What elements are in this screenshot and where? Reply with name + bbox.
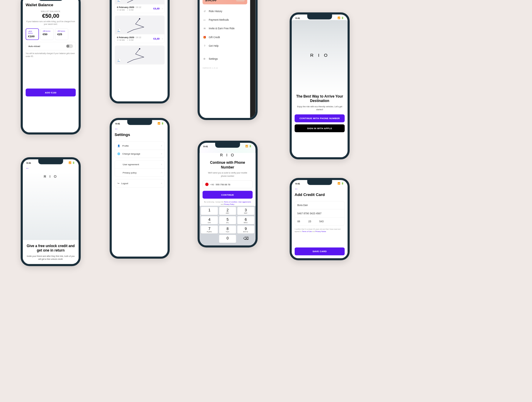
chevron-right-icon: › <box>161 152 162 155</box>
save-card-button[interactable]: SAVE CARD <box>295 247 345 255</box>
key-backspace[interactable]: ⌫ <box>237 235 254 243</box>
menu-help[interactable]: ?Get Help <box>202 41 247 50</box>
auto-reload-row: Auto-reload <box>26 42 76 50</box>
continue-phone-button[interactable]: CONTINUE WITH PHONE NUMBER <box>295 114 345 122</box>
topup-options: +€10 bonus €100 +€6 bonus €50 +€2 bonus … <box>26 28 76 40</box>
logo: R I O <box>202 153 252 157</box>
menu-payment[interactable]: ▭Payment Methods <box>202 15 247 24</box>
card-confirm-text: I confirm that I'm at least 15 years old… <box>295 228 345 233</box>
logo: R I O <box>44 175 58 179</box>
user-icon: 👤 <box>117 144 120 147</box>
topup-option-25[interactable]: +€2 bonus €25 <box>55 28 68 40</box>
chevron-right-icon: › <box>161 171 162 174</box>
numeric-keypad: 1 2ABC 3DEF 4GHI 5JKL 6MNO 7PQRS 8TUV 9W… <box>200 206 256 245</box>
page-title: Wallet Balance <box>26 3 76 7</box>
menu-gift[interactable]: 🎁Gift Credit <box>202 33 247 41</box>
history-icon: ↺ <box>203 9 206 13</box>
auto-reload-toggle[interactable] <box>66 44 73 48</box>
key-8[interactable]: 8TUV <box>219 226 236 234</box>
terms-link[interactable]: Terms of Use <box>302 231 312 232</box>
add-card-screen: 9:41📶 🔋 ← Add Credit Card Bora Dan 5467 … <box>290 178 350 260</box>
key-1[interactable]: 1 <box>201 207 218 215</box>
balance-amount: €50,00 <box>26 13 76 19</box>
add-balance-button[interactable]: ADD €100 <box>26 89 76 97</box>
invite-screen: 9:41📶 🔋 ← R I O Give a free unlock credi… <box>21 157 81 266</box>
language-icon: 🌐 <box>117 153 120 155</box>
flag-icon <box>205 183 208 186</box>
logo: R I O <box>310 53 329 58</box>
menu-drawer: Do you wanna ride today? RIO WALLET CRED… <box>198 0 258 120</box>
onboard-sub: Enjoy the ride with eco-friendly vehicle… <box>295 105 345 111</box>
continue-button[interactable]: CONTINUE <box>202 191 252 199</box>
help-icon: ? <box>203 44 206 48</box>
privacy-link[interactable]: Privacy Policy <box>224 203 234 205</box>
phone-entry-screen: 9:41📶 🔋 R I O Continue with Phone Number… <box>198 141 258 247</box>
card-form: Bora Dan 5467 8790 3423 4567 08 23 543 <box>295 201 345 226</box>
balance-note: If your balance runs out while riding; y… <box>26 20 76 26</box>
chevron-right-icon: › <box>162 7 163 10</box>
card-month-field[interactable]: 08 <box>297 220 300 223</box>
onboard-title: The Best Way to Arrive Your Destination <box>294 94 346 103</box>
menu-invite[interactable]: ✉Invite & Earn Free Ride <box>202 24 247 33</box>
topup-option-50[interactable]: +€6 bonus €50 <box>40 28 54 40</box>
invite-icon: ✉ <box>203 27 206 30</box>
chevron-right-icon: › <box>162 37 163 40</box>
privacy-link[interactable]: Privacy Notice <box>315 231 326 232</box>
back-button[interactable]: ← <box>26 165 76 172</box>
phone-title: Continue with Phone Number <box>205 161 250 170</box>
terms-link[interactable]: Terms of condition <box>224 201 237 203</box>
invite-sub: Invite your friend and after they first … <box>26 255 76 261</box>
settings-language[interactable]: 🌐Change language› <box>115 150 165 158</box>
ride-card[interactable]: 🛴 6 February 2020 19:12 ⏱ 18 Min↗ 6 KM €… <box>115 16 165 43</box>
chevron-right-icon: › <box>161 144 162 147</box>
card-number-field[interactable]: 5467 8790 3423 4567 <box>295 209 345 217</box>
back-button[interactable]: ← <box>115 126 165 132</box>
key-2[interactable]: 2ABC <box>219 207 236 215</box>
key-5[interactable]: 5JKL <box>219 216 236 224</box>
key-4[interactable]: 4GHI <box>201 216 218 224</box>
auto-reload-note: You will be automatically charged if you… <box>26 52 76 58</box>
menu-ride-history[interactable]: ↺Ride History <box>202 7 247 15</box>
card-icon: ▭ <box>203 18 206 21</box>
auto-reload-label: Auto-reload <box>28 45 40 47</box>
invite-title: Give a free unlock credit and get one in… <box>25 244 77 253</box>
wallet-credit-card[interactable]: RIO WALLET CREDIT $50,00 ADD <box>202 0 247 4</box>
gear-icon: ⚙ <box>203 57 206 60</box>
chevron-right-icon: › <box>161 182 162 185</box>
settings-logout[interactable]: ↪Logout› <box>115 179 165 187</box>
add-credit-button[interactable]: ADD <box>236 0 245 1</box>
wallet-screen: ← Wallet Balance WALLET BALANCE €50,00 I… <box>21 0 81 134</box>
key-9[interactable]: 9WXYZ <box>237 226 254 234</box>
settings-privacy[interactable]: Privacy policy› <box>115 168 165 176</box>
page-title: Settings <box>115 132 165 137</box>
phone-input[interactable]: +90 555 756 88 78 <box>202 181 252 189</box>
key-6[interactable]: 6MNO <box>237 216 254 224</box>
key-3[interactable]: 3DEF <box>237 207 254 215</box>
card-name-field[interactable]: Bora Dan <box>295 201 345 209</box>
card-year-field[interactable]: 23 <box>308 220 311 223</box>
settings-profile[interactable]: 👤Profile› <box>115 142 165 150</box>
logout-icon: ↪ <box>117 182 119 185</box>
onboarding-screen: 9:41📶 🔋 R I O The Best Way to Arrive You… <box>290 12 350 159</box>
chevron-right-icon: › <box>161 163 162 166</box>
balance-label: WALLET BALANCE <box>26 11 76 13</box>
key-0[interactable]: 0 <box>219 235 236 243</box>
sign-in-apple-button[interactable]: SIGN IN WITH APPLE <box>295 124 345 132</box>
settings-screen: 9:41📶 🔋 ← Settings 👤Profile› 🌐Change lan… <box>110 118 170 259</box>
settings-agreement[interactable]: User agreement› <box>115 161 165 168</box>
agreement-link[interactable]: User aggrements <box>238 201 251 203</box>
ride-history-screen: 🛴 6 February 2020 19:12 ⏱ 18 Min↗ 6 KM €… <box>110 0 170 103</box>
menu-settings[interactable]: ⚙Settings <box>202 54 247 63</box>
page-title: Add Credit Card <box>295 192 345 197</box>
scooter-icon: 🛴 <box>116 58 121 63</box>
ride-card[interactable]: 🛴 <box>115 46 165 64</box>
topup-option-100[interactable]: +€10 bonus €100 <box>26 28 39 40</box>
terms-text: By continuing, I accept the Terms of con… <box>202 201 252 206</box>
card-cvv-field[interactable]: 543 <box>319 220 324 223</box>
back-button[interactable]: ← <box>295 186 345 192</box>
key-7[interactable]: 7PQRS <box>201 226 218 234</box>
scooter-icon: 🛴 <box>116 28 121 33</box>
phone-sub: We'll send you a code to verify your mob… <box>207 171 248 178</box>
ride-card[interactable]: 🛴 6 February 2020 19:12 ⏱ 18 Min↗ 6 KM €… <box>115 0 165 13</box>
gift-icon: 🎁 <box>203 35 206 39</box>
